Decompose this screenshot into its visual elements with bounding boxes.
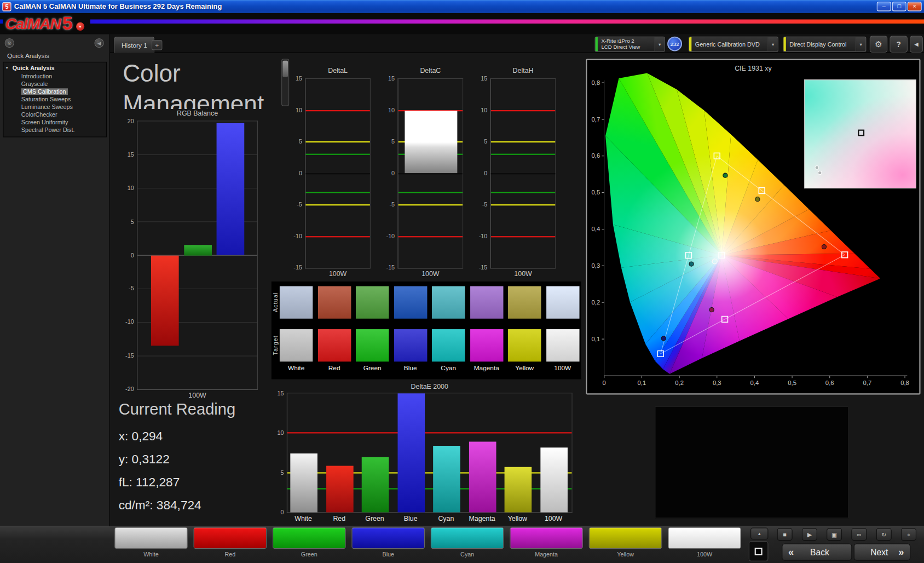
deltah-plot: -15-10-5051015 bbox=[490, 78, 556, 268]
zero-line bbox=[399, 173, 463, 174]
pattern-swatch bbox=[431, 527, 504, 549]
chevron-down-icon[interactable]: ▾ bbox=[856, 37, 865, 51]
stop-large-button[interactable] bbox=[749, 541, 769, 561]
chevron-down-icon[interactable]: ▾ bbox=[654, 37, 664, 51]
pattern-button-white[interactable]: White bbox=[114, 527, 188, 561]
pattern-button-green[interactable]: Green bbox=[273, 527, 346, 561]
chevron-left-icon: ◀ bbox=[914, 41, 918, 47]
deltah-title: DeltaH bbox=[490, 67, 556, 74]
actual-swatch-blue bbox=[394, 286, 426, 319]
tree-root-quick-analysis[interactable]: ▾ Quick Analysis bbox=[3, 64, 106, 72]
pattern-label: Magenta bbox=[510, 551, 583, 558]
play-button[interactable]: ▶ bbox=[802, 528, 817, 541]
reference-line bbox=[491, 141, 555, 142]
analysis-tree: ▾ Quick Analysis IntroductionGrayscaleCM… bbox=[3, 62, 107, 137]
y-axis-tick-label: -10 bbox=[377, 232, 395, 240]
add-tab-button[interactable]: + bbox=[152, 40, 162, 50]
pattern-button-red[interactable]: Red bbox=[194, 527, 267, 561]
reference-line bbox=[399, 204, 463, 205]
swatch-column-label: Cyan bbox=[432, 365, 465, 372]
transport-up-button[interactable]: ▲ bbox=[750, 527, 768, 539]
y-axis-tick-label: 15 bbox=[116, 151, 134, 159]
display-control-selector[interactable]: Direct Display Control ▾ bbox=[783, 37, 866, 52]
target-swatch-red bbox=[317, 329, 350, 361]
svg-text:0,1: 0,1 bbox=[638, 380, 646, 386]
logo-number: 5 bbox=[62, 13, 73, 35]
meter-count-badge[interactable]: 232 bbox=[667, 37, 682, 51]
sidebar: ⊙ ◀ Quick Analysis ▾ Quick Analysis Intr… bbox=[0, 34, 109, 563]
y-axis-tick-label: 0 bbox=[469, 169, 487, 177]
inset-measured-marker bbox=[818, 171, 822, 175]
back-button[interactable]: « Back bbox=[782, 544, 852, 561]
pattern-button-cyan[interactable]: Cyan bbox=[431, 527, 504, 561]
reading-cdm2: cd/m²: 384,724 bbox=[119, 493, 236, 516]
sidebar-item-grayscale[interactable]: Grayscale bbox=[3, 80, 106, 88]
sidebar-item-luminance-sweeps[interactable]: Luminance Sweeps bbox=[3, 103, 106, 111]
y-axis-tick-label: 15 bbox=[469, 75, 487, 83]
tab-history-1[interactable]: History 1 bbox=[114, 37, 155, 53]
reference-line bbox=[491, 110, 555, 111]
y-axis-tick-label: 20 bbox=[116, 117, 134, 125]
sidebar-item-label: Luminance Sweeps bbox=[21, 104, 73, 110]
settings-button[interactable]: ⚙ bbox=[870, 36, 887, 53]
record-button[interactable]: ● bbox=[901, 528, 916, 541]
zero-line bbox=[491, 173, 555, 174]
100w-bar bbox=[405, 111, 457, 174]
app-icon: 5 bbox=[2, 2, 11, 11]
svg-text:0,4: 0,4 bbox=[591, 226, 600, 232]
maximize-button[interactable]: □ bbox=[892, 2, 906, 11]
close-button[interactable]: × bbox=[908, 2, 922, 11]
pattern-source-selector[interactable]: Generic Calibration DVD ▾ bbox=[689, 37, 778, 52]
sidebar-item-label: Spectral Power Dist. bbox=[21, 127, 75, 133]
logo-text: CalMAN bbox=[5, 14, 61, 32]
actual-target-swatch-table: Actual Target WhiteRedGreenBlueCyanMagen… bbox=[272, 282, 581, 379]
sidebar-item-saturation-sweeps[interactable]: Saturation Sweeps bbox=[3, 95, 106, 103]
pattern-button-yellow[interactable]: Yellow bbox=[589, 527, 662, 561]
reference-line bbox=[305, 110, 369, 111]
loop-button[interactable]: ↻ bbox=[876, 528, 892, 541]
svg-text:0,5: 0,5 bbox=[788, 380, 796, 386]
sidebar-item-introduction[interactable]: Introduction bbox=[3, 72, 106, 80]
pattern-window-button[interactable]: ▣ bbox=[827, 528, 842, 541]
pattern-button-100w[interactable]: 100W bbox=[668, 527, 741, 561]
deltae-category-magenta: Magenta bbox=[469, 515, 495, 522]
sidebar-item-screen-uniformity[interactable]: Screen Uniformity bbox=[3, 118, 106, 126]
continuous-read-button[interactable]: ∞ bbox=[851, 528, 867, 541]
sidebar-item-spectral-power-dist[interactable]: Spectral Power Dist. bbox=[3, 126, 106, 134]
sidebar-collapse-button[interactable]: ◀ bbox=[94, 38, 103, 48]
pattern-label: Yellow bbox=[589, 551, 662, 558]
panel-toggle-button[interactable]: ◀ bbox=[910, 36, 923, 53]
svg-text:0,8: 0,8 bbox=[900, 380, 909, 386]
sidebar-item-label: Screen Uniformity bbox=[21, 119, 68, 125]
help-button[interactable]: ? bbox=[890, 36, 907, 53]
sidebar-options-button[interactable]: ⊙ bbox=[5, 38, 14, 48]
minimize-button[interactable]: – bbox=[877, 2, 891, 11]
y-axis-tick-label: 10 bbox=[377, 106, 395, 114]
swatch-column-label: Green bbox=[356, 365, 389, 372]
pattern-button-magenta[interactable]: Magenta bbox=[510, 527, 583, 561]
pattern-button-blue[interactable]: Blue bbox=[351, 527, 425, 561]
stop-button[interactable]: ■ bbox=[777, 528, 793, 541]
tree-root-label: Quick Analysis bbox=[13, 65, 55, 71]
reference-line bbox=[305, 154, 369, 155]
svg-text:0: 0 bbox=[603, 380, 606, 386]
current-reading-heading: Current Reading bbox=[119, 400, 236, 418]
y-axis-tick-label: -15 bbox=[116, 352, 134, 360]
brand-band: CalMAN 5 ▾ bbox=[0, 13, 924, 35]
display-control-text: Direct Display Control bbox=[786, 37, 856, 51]
next-button[interactable]: Next » bbox=[854, 544, 910, 561]
y-axis-tick-label: -15 bbox=[284, 264, 302, 272]
swatch-column-label: Yellow bbox=[508, 365, 541, 372]
logo-dropdown-button[interactable]: ▾ bbox=[76, 22, 84, 31]
cyan-bar bbox=[433, 446, 460, 513]
y-axis-tick-label: -10 bbox=[469, 232, 487, 240]
y-axis-tick-label: -5 bbox=[116, 285, 134, 293]
chevron-down-icon[interactable]: ▾ bbox=[767, 37, 777, 51]
gridline bbox=[137, 355, 257, 356]
meter-selector[interactable]: X-Rite i1Pro 2 LCD Direct View ▾ bbox=[595, 37, 665, 52]
sidebar-item-colorchecker[interactable]: ColorChecker bbox=[3, 111, 106, 118]
deltae-category-blue: Blue bbox=[404, 515, 418, 522]
swatch-column-label: Magenta bbox=[470, 365, 503, 372]
sidebar-item-cms-calibration[interactable]: CMS Calibration bbox=[3, 88, 106, 95]
cie-inset-zoom bbox=[804, 79, 916, 188]
